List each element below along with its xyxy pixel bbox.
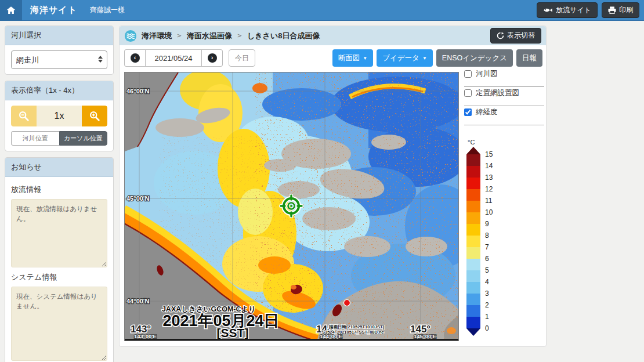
today-button[interactable]: 今日 bbox=[229, 49, 255, 67]
lat-label-45n: 45°00'N bbox=[126, 195, 149, 202]
lon-sublabel-143e: 143°00'E bbox=[134, 333, 157, 339]
colorbar-unit: °C bbox=[468, 139, 507, 146]
map-attribution-line1: 描画日時[210525T1010JST] bbox=[328, 324, 385, 330]
layer-row-graticule[interactable]: 緯経度 bbox=[464, 111, 544, 125]
chevron-left-icon: ‹ bbox=[131, 53, 140, 63]
colorbar-tick-label: 10 bbox=[485, 208, 493, 216]
daily-report-button[interactable]: 日報 bbox=[516, 49, 542, 67]
colorbar-segment bbox=[466, 282, 480, 294]
chevron-down-icon: ▼ bbox=[422, 56, 427, 61]
system-info-label: システム情報 bbox=[11, 272, 107, 283]
lat-label-44n: 44°00'N bbox=[126, 298, 149, 305]
colorbar-segment bbox=[466, 294, 480, 305]
notice-card: お知らせ 放流情報 現在、放流情報はありません。 システム情報 現在、システム情… bbox=[5, 157, 114, 362]
breadcrumb-item-sst-image: 海面水温画像 bbox=[187, 31, 232, 41]
river-select-card: 河川選択 網走川 bbox=[5, 26, 114, 75]
colorbar-tick-label: 14 bbox=[485, 162, 493, 170]
colorbar-tick-label: 6 bbox=[485, 255, 489, 263]
release-site-button[interactable]: 放流サイト bbox=[537, 2, 598, 18]
home-icon bbox=[6, 5, 16, 16]
home-button[interactable] bbox=[0, 0, 22, 21]
breadcrumb-item-ocean-env: 海洋環境 bbox=[142, 31, 172, 41]
notice-card-header: お知らせ bbox=[5, 158, 113, 177]
prev-date-button[interactable]: ‹ bbox=[124, 49, 145, 67]
colorbar-arrow-down bbox=[466, 328, 480, 336]
user-name: 齊藤誠一様 bbox=[90, 5, 125, 15]
river-select-header: 河川選択 bbox=[5, 26, 113, 45]
buoy-data-dropdown[interactable]: ブイデータ ▼ bbox=[377, 49, 433, 67]
next-date-button[interactable]: › bbox=[202, 49, 223, 67]
map-attribution-line2: S3524_20210517_SST_08D.nc bbox=[322, 330, 384, 335]
lat-label-46n: 46°00'N bbox=[126, 88, 149, 95]
zoom-in-button[interactable] bbox=[82, 106, 107, 126]
colorbar-tick-label: 7 bbox=[485, 243, 489, 251]
lon-sublabel-145e: 145°00'E bbox=[414, 333, 436, 339]
refresh-icon bbox=[497, 32, 504, 39]
river-position-button[interactable]: 河川位置 bbox=[11, 131, 59, 146]
colorbar-segment bbox=[466, 212, 480, 224]
colorbar-segment bbox=[466, 154, 480, 166]
zoom-in-icon bbox=[89, 110, 100, 122]
chevron-down-icon: ▼ bbox=[363, 56, 367, 61]
colorbar-tick-label: 2 bbox=[485, 301, 489, 309]
print-button[interactable]: 印刷 bbox=[602, 2, 639, 18]
date-input[interactable] bbox=[145, 49, 202, 67]
colorbar-tick-label: 4 bbox=[485, 278, 489, 286]
colorbar-tick-label: 15 bbox=[485, 150, 493, 158]
printer-icon bbox=[608, 6, 616, 14]
layer-label-graticule: 緯経度 bbox=[476, 107, 498, 117]
colorbar-arrow-up bbox=[466, 147, 480, 154]
release-site-label: 放流サイト bbox=[556, 5, 591, 15]
sidebar: 河川選択 網走川 表示倍率（1x - 4x） 1x bbox=[5, 26, 114, 362]
layer-checkbox[interactable] bbox=[464, 108, 472, 116]
layer-checkbox[interactable] bbox=[464, 89, 472, 97]
colorbar-tick-label: 0 bbox=[485, 324, 489, 332]
layer-panel: 河川図 定置網設置図 緯経度 bbox=[464, 73, 544, 131]
colorbar-segment bbox=[466, 247, 480, 259]
colorbar-segment bbox=[466, 166, 480, 178]
layer-label-set-net: 定置網設置図 bbox=[476, 88, 519, 98]
breadcrumb: 海洋環境 ＞ 海面水温画像 ＞ しきさい8日合成画像 bbox=[142, 31, 320, 41]
cross-section-dropdown[interactable]: 断面図 ▼ bbox=[332, 49, 373, 67]
release-info-textarea[interactable]: 現在、放流情報はありません。 bbox=[11, 199, 107, 267]
river-select[interactable]: 網走川 bbox=[11, 50, 107, 69]
map-product-label: [SST] bbox=[217, 326, 249, 339]
colorbar-segment bbox=[466, 305, 480, 317]
colorbar-tick-label: 9 bbox=[485, 220, 489, 228]
colorbar-segment bbox=[466, 224, 480, 236]
sst-map[interactable]: 46°00'N 45°00'N 44°00'N 143° 144° 145° 1… bbox=[124, 72, 459, 341]
main-panel: 海洋環境 ＞ 海面水温画像 ＞ しきさい8日合成画像 表示切替 ‹ › bbox=[119, 26, 547, 347]
display-toggle-label: 表示切替 bbox=[507, 31, 535, 41]
breadcrumb-bar: 海洋環境 ＞ 海面水温画像 ＞ しきさい8日合成画像 表示切替 bbox=[120, 26, 546, 45]
date-toolbar: ‹ › 今日 断面図 ▼ ブイデータ ▼ ENSOインデックス 日報 bbox=[124, 49, 542, 67]
sst-map-image: 46°00'N 45°00'N 44°00'N 143° 144° 145° 1… bbox=[125, 73, 458, 341]
layer-label-river-map: 河川図 bbox=[476, 69, 498, 79]
zoom-card-header: 表示倍率（1x - 4x） bbox=[5, 81, 113, 100]
zoom-out-button[interactable] bbox=[11, 106, 37, 126]
colorbar-segment bbox=[466, 317, 480, 328]
app-title: 海洋サイト bbox=[30, 5, 77, 16]
colorbar-tick-label: 13 bbox=[485, 173, 493, 182]
breadcrumb-separator: ＞ bbox=[176, 31, 183, 41]
temperature-colorbar: °C 1514131211109876543210 bbox=[466, 139, 507, 336]
colorbar-segment bbox=[466, 270, 480, 282]
breadcrumb-item-shikisai-8day: しきさい8日合成画像 bbox=[247, 31, 320, 41]
layer-checkbox[interactable] bbox=[464, 70, 472, 78]
colorbar-segment bbox=[466, 259, 480, 270]
station-dot-marker[interactable] bbox=[344, 300, 350, 306]
layer-row-river-map[interactable]: 河川図 bbox=[464, 73, 544, 87]
display-toggle-button[interactable]: 表示切替 bbox=[490, 28, 541, 44]
breadcrumb-separator: ＞ bbox=[236, 31, 243, 41]
map-bottom-strip bbox=[125, 339, 458, 341]
chevron-right-icon: › bbox=[208, 53, 217, 63]
layer-row-set-net[interactable]: 定置網設置図 bbox=[464, 92, 544, 106]
ocean-wave-icon bbox=[124, 30, 137, 42]
colorbar-tick-label: 12 bbox=[485, 185, 493, 193]
zoom-level-value: 1x bbox=[37, 106, 82, 126]
system-info-textarea[interactable]: 現在、システム情報はありません。 bbox=[11, 287, 107, 361]
colorbar-tick-label: 11 bbox=[485, 197, 492, 205]
navbar: 海洋サイト 齊藤誠一様 放流サイト 印刷 bbox=[0, 0, 644, 21]
cursor-position-button[interactable]: カーソル位置 bbox=[59, 131, 108, 146]
enso-index-button[interactable]: ENSOインデックス bbox=[436, 49, 513, 67]
colorbar-tick-label: 8 bbox=[485, 231, 489, 240]
